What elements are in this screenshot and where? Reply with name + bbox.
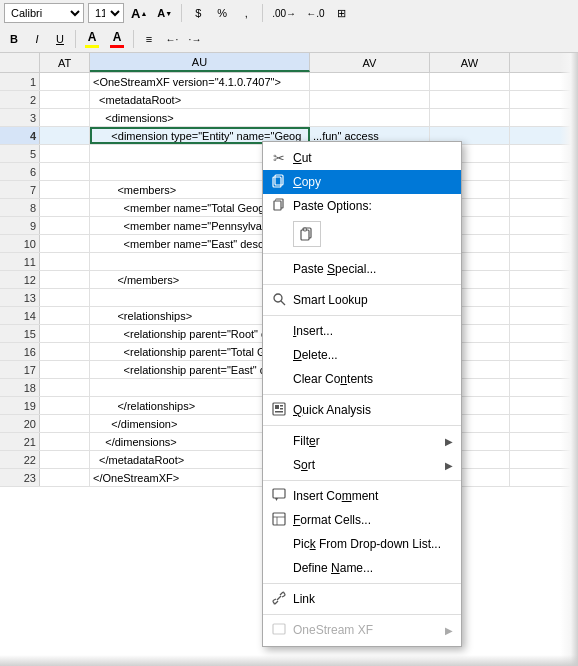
row-number: 13 <box>0 289 40 306</box>
table-row[interactable]: 3 <dimensions> <box>0 109 578 127</box>
cell-aw-1[interactable] <box>430 73 510 90</box>
col-header-av[interactable]: AV <box>310 53 430 72</box>
svg-line-9 <box>281 301 285 305</box>
cell-at-6[interactable] <box>40 163 90 180</box>
row-number: 17 <box>0 361 40 378</box>
cell-av-3[interactable] <box>310 109 430 126</box>
menu-separator-8 <box>263 614 461 615</box>
extra-btn[interactable]: ⊞ <box>331 3 351 23</box>
decrease-decimal-button[interactable]: ←.0 <box>303 3 327 23</box>
paste-icon-clipboard[interactable] <box>293 221 321 247</box>
context-menu-paste-options-header: Paste Options: <box>263 194 461 218</box>
cell-at-3[interactable] <box>40 109 90 126</box>
context-menu-clear-contents[interactable]: Clear Contents <box>263 367 461 391</box>
spreadsheet: AT AU AV AW 1 <OneStreamXF version="4.1.… <box>0 53 578 666</box>
percent-button[interactable]: % <box>212 3 232 23</box>
highlight-icon: A <box>88 30 97 44</box>
font-color-button[interactable]: A <box>106 29 128 49</box>
col-header-at[interactable]: AT <box>40 53 90 72</box>
context-menu-quick-analysis[interactable]: Quick Analysis <box>263 398 461 422</box>
cell-au-2[interactable]: <metadataRoot> <box>90 91 310 108</box>
cell-at-22[interactable] <box>40 451 90 468</box>
highlight-color-button[interactable]: A <box>81 29 103 49</box>
toolbar-separator-4 <box>133 30 134 48</box>
col-header-au[interactable]: AU <box>90 53 310 72</box>
table-row[interactable]: 1 <OneStreamXF version="4.1.0.7407"> <box>0 73 578 91</box>
row-number: 12 <box>0 271 40 288</box>
cell-at-23[interactable] <box>40 469 90 486</box>
cell-at-21[interactable] <box>40 433 90 450</box>
cell-av-1[interactable] <box>310 73 430 90</box>
cell-at-2[interactable] <box>40 91 90 108</box>
cell-at-16[interactable] <box>40 343 90 360</box>
cell-at-20[interactable] <box>40 415 90 432</box>
cell-at-12[interactable] <box>40 271 90 288</box>
context-menu-paste-special[interactable]: Paste Special... <box>263 257 461 281</box>
decrease-indent-button[interactable]: ·→ <box>185 29 205 49</box>
context-menu-insert[interactable]: Insert... <box>263 319 461 343</box>
context-menu-delete[interactable]: Delete... <box>263 343 461 367</box>
cell-at-15[interactable] <box>40 325 90 342</box>
context-menu-format-cells[interactable]: Format Cells... <box>263 508 461 532</box>
bold-button[interactable]: B <box>4 29 24 49</box>
cell-at-13[interactable] <box>40 289 90 306</box>
cell-aw-3[interactable] <box>430 109 510 126</box>
format-cells-icon <box>269 512 289 529</box>
increase-font-button[interactable]: A▲ <box>128 3 150 23</box>
paste-options-icon <box>269 198 289 215</box>
cell-at-4[interactable] <box>40 127 90 144</box>
increase-decimal-button[interactable]: .00→ <box>269 3 299 23</box>
quick-analysis-icon <box>269 402 289 419</box>
context-menu-cut[interactable]: ✂ Cut <box>263 146 461 170</box>
context-menu-onestream[interactable]: OneStream XF ▶ <box>263 618 461 642</box>
clear-label: Clear Contents <box>289 372 453 386</box>
cell-au-1[interactable]: <OneStreamXF version="4.1.0.7407"> <box>90 73 310 90</box>
cell-at-14[interactable] <box>40 307 90 324</box>
pick-dropdown-label: Pick From Drop-down List... <box>289 537 453 551</box>
comma-button[interactable]: , <box>236 3 256 23</box>
context-menu-define-name[interactable]: Define Name... <box>263 556 461 580</box>
decrease-font-button[interactable]: A▼ <box>154 3 175 23</box>
cell-at-8[interactable] <box>40 199 90 216</box>
svg-rect-3 <box>274 201 281 210</box>
context-menu-link[interactable]: Link <box>263 587 461 611</box>
cell-at-11[interactable] <box>40 253 90 270</box>
col-header-aw[interactable]: AW <box>430 53 510 72</box>
italic-button[interactable]: I <box>27 29 47 49</box>
context-menu-insert-comment[interactable]: Insert Comment <box>263 484 461 508</box>
cell-at-5[interactable] <box>40 145 90 162</box>
context-menu-sort[interactable]: Sort ▶ <box>263 453 461 477</box>
cell-at-10[interactable] <box>40 235 90 252</box>
cell-at-7[interactable] <box>40 181 90 198</box>
row-number: 10 <box>0 235 40 252</box>
context-menu-pick-dropdown[interactable]: Pick From Drop-down List... <box>263 532 461 556</box>
cell-av-2[interactable] <box>310 91 430 108</box>
column-headers: AT AU AV AW <box>0 53 578 73</box>
row-number: 7 <box>0 181 40 198</box>
define-name-label: Define Name... <box>289 561 453 575</box>
currency-button[interactable]: $ <box>188 3 208 23</box>
cell-at-1[interactable] <box>40 73 90 90</box>
table-row[interactable]: 2 <metadataRoot> <box>0 91 578 109</box>
smart-lookup-icon <box>269 292 289 309</box>
cell-at-9[interactable] <box>40 217 90 234</box>
cell-au-3[interactable]: <dimensions> <box>90 109 310 126</box>
context-menu-smart-lookup[interactable]: Smart Lookup <box>263 288 461 312</box>
increase-indent-button[interactable]: ←· <box>162 29 182 49</box>
underline-button[interactable]: U <box>50 29 70 49</box>
paste-special-label: Paste Special... <box>289 262 453 276</box>
font-size-select[interactable]: 11 <box>88 3 124 23</box>
font-name-select[interactable]: Calibri <box>4 3 84 23</box>
cell-at-17[interactable] <box>40 361 90 378</box>
toolbar-separator-1 <box>181 4 182 22</box>
svg-rect-17 <box>273 513 285 525</box>
align-left-button[interactable]: ≡ <box>139 29 159 49</box>
cell-at-18[interactable] <box>40 379 90 396</box>
cell-at-19[interactable] <box>40 397 90 414</box>
sort-arrow: ▶ <box>445 460 453 471</box>
cell-aw-2[interactable] <box>430 91 510 108</box>
context-menu-copy[interactable]: Copy <box>263 170 461 194</box>
context-menu-filter[interactable]: Filter ▶ <box>263 429 461 453</box>
toolbar-row1: Calibri 11 A▲ A▼ $ % , .00→ ←.0 ⊞ <box>0 0 578 26</box>
svg-rect-13 <box>280 408 283 410</box>
